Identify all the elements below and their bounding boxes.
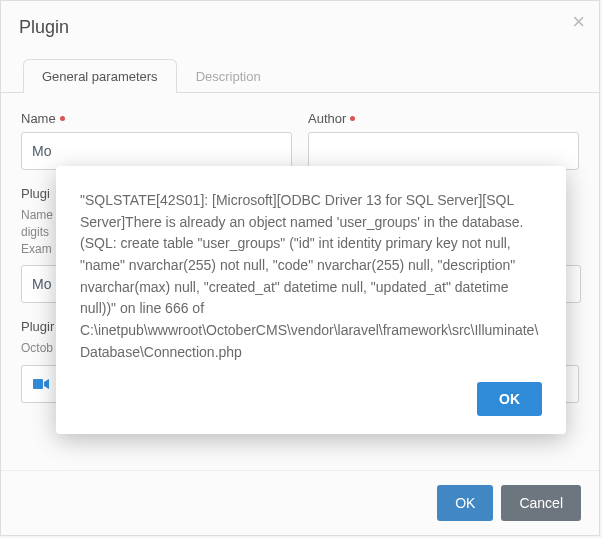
error-alert: "SQLSTATE[42S01]: [Microsoft][ODBC Drive…	[56, 166, 566, 434]
error-message: "SQLSTATE[42S01]: [Microsoft][ODBC Drive…	[80, 190, 542, 364]
alert-ok-button[interactable]: OK	[477, 382, 542, 416]
alert-actions: OK	[80, 382, 542, 416]
